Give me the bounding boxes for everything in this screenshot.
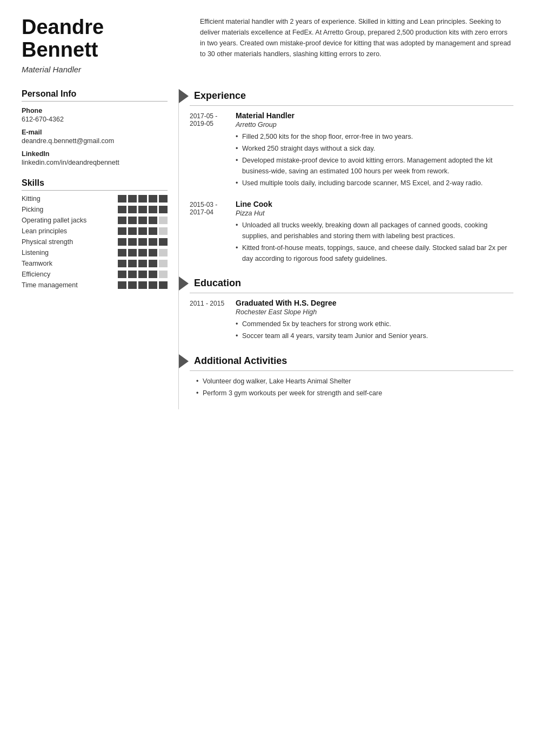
skill-bar-filled bbox=[118, 271, 126, 278]
skill-bar-filled bbox=[138, 260, 147, 267]
phone-label: Phone bbox=[22, 107, 168, 114]
main-content: Personal Info Phone 612-670-4362 E-mail … bbox=[22, 89, 513, 410]
skill-bar-filled bbox=[138, 206, 147, 213]
education-header: Education bbox=[190, 276, 513, 293]
skill-bar-filled bbox=[118, 249, 126, 256]
skill-bar-empty bbox=[159, 217, 168, 224]
additional-activities-list: Volunteer dog walker, Lake Hearts Animal… bbox=[190, 376, 513, 399]
personal-info-section: Personal Info Phone 612-670-4362 E-mail … bbox=[22, 89, 168, 166]
skill-row: Efficiency bbox=[22, 271, 168, 278]
experience-entry: 2015-03 - 2017-04Line CookPizza HutUnloa… bbox=[190, 200, 513, 266]
skill-name: Physical strength bbox=[22, 238, 92, 246]
skill-bar-filled bbox=[118, 260, 126, 267]
experience-header: Experience bbox=[190, 89, 513, 106]
education-dates: 2011 - 2015 bbox=[190, 299, 236, 343]
skill-row: Listening bbox=[22, 249, 168, 256]
experience-bullets: Filled 2,500 kits for the shop floor, er… bbox=[236, 132, 513, 189]
education-entry: 2011 - 2015Graduated With H.S. DegreeRoc… bbox=[190, 299, 513, 343]
skill-name: Operating pallet jacks bbox=[22, 217, 92, 224]
skill-bar-filled bbox=[149, 260, 157, 267]
skill-bar-filled bbox=[118, 227, 126, 235]
skill-name: Time management bbox=[22, 281, 92, 289]
skill-bar-filled bbox=[128, 195, 137, 202]
right-column: Experience 2017-05 - 2019-05Material Han… bbox=[178, 89, 513, 410]
skill-name: Efficiency bbox=[22, 271, 92, 278]
skill-name: Listening bbox=[22, 249, 92, 256]
experience-company: Pizza Hut bbox=[236, 210, 513, 217]
skill-bar-empty bbox=[159, 271, 168, 278]
skill-bar-filled bbox=[128, 281, 137, 289]
experience-dates: 2017-05 - 2019-05 bbox=[190, 111, 236, 191]
personal-info-title: Personal Info bbox=[22, 89, 168, 102]
experience-bullet-item: Worked 250 straight days without a sick … bbox=[236, 144, 513, 154]
experience-bullet-item: Used multiple tools daily, including bar… bbox=[236, 178, 513, 188]
linkedin-value: linkedin.com/in/deandreqbennett bbox=[22, 159, 168, 166]
skill-bar-filled bbox=[118, 195, 126, 202]
skill-name: Picking bbox=[22, 206, 92, 213]
additional-activities-section: Additional Activities Volunteer dog walk… bbox=[190, 354, 513, 399]
experience-body: Line CookPizza HutUnloaded all trucks we… bbox=[236, 200, 513, 266]
education-bullet-item: Commended 5x by teachers for strong work… bbox=[236, 319, 513, 329]
skill-bar-filled bbox=[128, 271, 137, 278]
header-left: Deandre Bennett Material Handler bbox=[22, 16, 178, 74]
skill-bar-filled bbox=[159, 281, 168, 289]
phone-value: 612-670-4362 bbox=[22, 116, 168, 123]
skill-bar-filled bbox=[118, 217, 126, 224]
skill-row: Teamwork bbox=[22, 260, 168, 267]
skill-bar-filled bbox=[128, 227, 137, 235]
experience-bullet-item: Kitted front-of-house meats, toppings, s… bbox=[236, 243, 513, 264]
skill-bar-filled bbox=[149, 227, 157, 235]
experience-bullets: Unloaded all trucks weekly, breaking dow… bbox=[236, 220, 513, 264]
skill-name: Kitting bbox=[22, 195, 92, 202]
left-column: Personal Info Phone 612-670-4362 E-mail … bbox=[22, 89, 178, 410]
education-bullet-item: Soccer team all 4 years, varsity team Ju… bbox=[236, 331, 513, 341]
skill-bar-filled bbox=[149, 271, 157, 278]
additional-activities-title: Additional Activities bbox=[194, 355, 287, 367]
linkedin-label: LinkedIn bbox=[22, 150, 168, 158]
skill-bars bbox=[118, 238, 168, 246]
candidate-name: Deandre Bennett bbox=[22, 16, 178, 62]
skill-bars bbox=[118, 206, 168, 213]
additional-activities-header: Additional Activities bbox=[190, 354, 513, 371]
skill-bars bbox=[118, 260, 168, 267]
skill-bar-filled bbox=[149, 195, 157, 202]
experience-list: 2017-05 - 2019-05Material HandlerArretto… bbox=[190, 111, 513, 266]
skills-list: KittingPickingOperating pallet jacksLean… bbox=[22, 195, 168, 289]
experience-title: Experience bbox=[194, 90, 246, 102]
skill-bars bbox=[118, 249, 168, 256]
skill-bar-empty bbox=[159, 227, 168, 235]
experience-job-title: Line Cook bbox=[236, 200, 513, 208]
skill-bars bbox=[118, 195, 168, 202]
skill-bar-filled bbox=[149, 281, 157, 289]
skill-bar-filled bbox=[128, 206, 137, 213]
skill-bar-filled bbox=[138, 249, 147, 256]
experience-body: Material HandlerArretto GroupFilled 2,50… bbox=[236, 111, 513, 191]
skill-bar-filled bbox=[159, 195, 168, 202]
skills-title: Skills bbox=[22, 178, 168, 191]
skill-bar-empty bbox=[159, 260, 168, 267]
experience-section: Experience 2017-05 - 2019-05Material Han… bbox=[190, 89, 513, 266]
experience-entry: 2017-05 - 2019-05Material HandlerArretto… bbox=[190, 111, 513, 191]
education-school: Rochester East Slope High bbox=[236, 308, 513, 316]
additional-bullets: Volunteer dog walker, Lake Hearts Animal… bbox=[190, 376, 513, 399]
skill-bar-filled bbox=[138, 217, 147, 224]
skill-bar-filled bbox=[149, 249, 157, 256]
skill-bar-filled bbox=[149, 238, 157, 246]
education-degree: Graduated With H.S. Degree bbox=[236, 299, 513, 307]
skill-bar-filled bbox=[128, 238, 137, 246]
skill-bars bbox=[118, 217, 168, 224]
experience-job-title: Material Handler bbox=[236, 111, 513, 120]
candidate-title: Material Handler bbox=[22, 65, 178, 74]
education-body: Graduated With H.S. DegreeRochester East… bbox=[236, 299, 513, 343]
skill-bar-filled bbox=[149, 206, 157, 213]
skill-bar-empty bbox=[159, 249, 168, 256]
experience-arrow-icon bbox=[179, 89, 189, 103]
education-title: Education bbox=[194, 278, 241, 289]
skill-bar-filled bbox=[138, 227, 147, 235]
skill-name: Lean principles bbox=[22, 227, 92, 235]
skill-row: Kitting bbox=[22, 195, 168, 202]
experience-bullet-item: Developed mistake-proof device to avoid … bbox=[236, 156, 513, 177]
skill-bar-filled bbox=[128, 260, 137, 267]
email-label: E-mail bbox=[22, 129, 168, 136]
experience-dates: 2015-03 - 2017-04 bbox=[190, 200, 236, 266]
